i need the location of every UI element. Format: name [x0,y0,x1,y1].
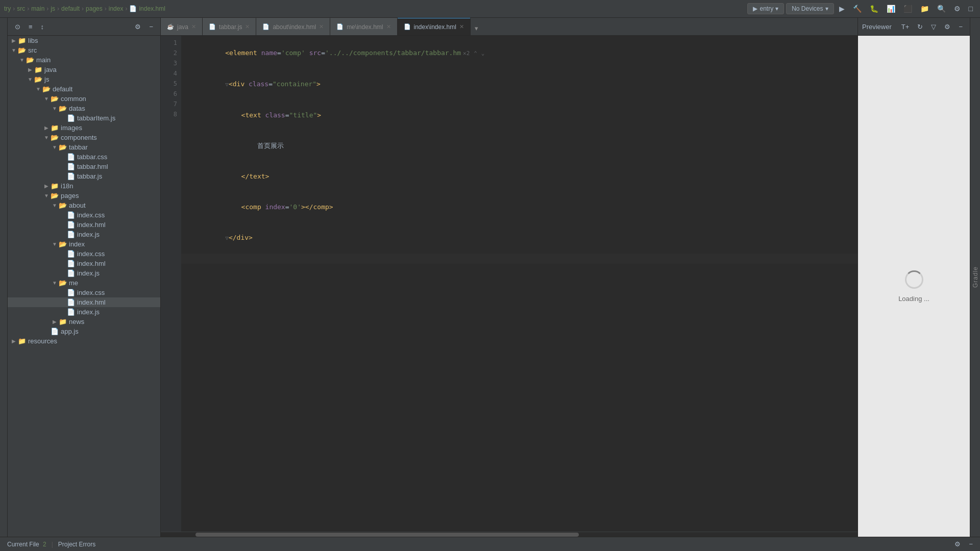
folder-icon-index: 📂 [59,240,67,248]
scrollbar-thumb[interactable] [195,533,579,537]
sidebar-target-icon[interactable]: ⊙ [12,21,23,33]
sidebar-item-tabbar[interactable]: ▼ 📂 tabbar [8,142,160,152]
sidebar-item-index-folder[interactable]: ▼ 📂 index [8,239,160,249]
sidebar-item-me[interactable]: ▼ 📂 me [8,278,160,288]
sidebar-item-about-index-hml[interactable]: 📄 index.hml [8,220,160,230]
explore-button[interactable]: 📁 [917,3,932,15]
breadcrumb-index[interactable]: index [109,5,124,12]
tab-me-hml-close[interactable]: ✕ [386,23,391,30]
sidebar-item-index-css[interactable]: 📄 index.css [8,249,160,259]
index-hml-icon: 📄 [404,23,411,30]
tab-index-hml-close[interactable]: ✕ [459,23,464,30]
sidebar-align-icon[interactable]: ≡ [26,21,36,33]
previewer-refresh-icon[interactable]: ↻ [914,21,926,33]
tab-tabbar-js[interactable]: 📄 tabbar.js ✕ [203,18,256,35]
sidebar-toolbar: ⊙ ≡ ↕ ⚙ − [8,18,160,36]
sidebar-item-libs[interactable]: ▶ 📁 libs [8,36,160,45]
breadcrumb-js[interactable]: js [51,5,55,12]
sidebar-content[interactable]: ▶ 📁 libs ▼ 📂 src ▼ 📂 main ▶ [8,36,160,537]
build-button[interactable]: 🔨 [850,3,865,15]
sidebar-sort-icon[interactable]: ↕ [38,21,47,33]
sidebar-item-me-js[interactable]: 📄 index.js [8,307,160,317]
entry-dropdown[interactable]: ▶ entry ▾ [747,3,784,14]
me-hml-icon: 📄 [336,23,344,30]
sidebar-item-about[interactable]: ▼ 📂 about [8,201,160,210]
gradle-panel[interactable]: Gradle [970,18,980,537]
sidebar-item-me-css[interactable]: 📄 index.css [8,288,160,297]
tab-about-hml[interactable]: 📄 about\index.hml ✕ [256,18,330,35]
sidebar-item-datas[interactable]: ▼ 📂 datas [8,104,160,113]
sidebar-item-resources[interactable]: ▶ 📁 resources [8,336,160,346]
statusbar-settings-icon[interactable]: ⚙ [951,538,964,550]
settings-button[interactable]: ⚙ [951,3,964,15]
sidebar-item-tabbar-js[interactable]: 📄 tabbar.js [8,171,160,181]
sidebar-item-index-hml[interactable]: 📄 index.hml [8,259,160,268]
sidebar-item-about-index-css[interactable]: 📄 index.css [8,210,160,220]
breadcrumb: try › src › main › js › default › pages … [4,5,745,12]
sidebar-item-app-js[interactable]: 📄 app.js [8,327,160,336]
fold-arrow-down[interactable]: ⌄ [481,50,485,57]
breadcrumb-default[interactable]: default [61,5,80,12]
sidebar-minus-icon[interactable]: − [146,21,156,33]
code-content[interactable]: <element name='comp' src='../../componen… [181,36,857,532]
folder-icon-resources: 📁 [18,337,26,345]
tab-java-close[interactable]: ✕ [191,23,196,30]
sidebar-item-default[interactable]: ▼ 📂 default [8,84,160,94]
sidebar-item-images[interactable]: ▶ 📁 images [8,123,160,133]
breadcrumb-try[interactable]: try [4,5,11,12]
fold-marker-7[interactable]: ▽ [225,235,229,241]
statusbar-minus-icon[interactable]: − [966,538,976,550]
tab-java[interactable]: ☕ java ✕ [161,18,203,35]
sidebar-item-java[interactable]: ▶ 📁 java [8,65,160,74]
folder-icon-common: 📂 [51,95,59,103]
entry-icon: ▶ [753,5,757,12]
tab-more-button[interactable]: ▾ [471,21,482,35]
sidebar-item-js[interactable]: ▼ 📂 js [8,74,160,84]
sidebar-item-main[interactable]: ▼ 📂 main [8,55,160,65]
breadcrumb-pages[interactable]: pages [86,5,103,12]
folder-icon-js: 📂 [34,76,42,83]
sidebar-item-index-js[interactable]: 📄 index.js [8,268,160,278]
horizontal-scrollbar[interactable] [161,532,857,537]
current-file-label[interactable]: Current File 2 [4,541,50,548]
sidebar-item-pages[interactable]: ▼ 📂 pages [8,191,160,201]
sidebar-item-me-hml[interactable]: 📄 index.hml [8,297,160,307]
stop-button[interactable]: ⬛ [900,3,915,15]
previewer-filter-icon[interactable]: ▽ [928,21,939,33]
breadcrumb-main[interactable]: main [31,5,44,12]
previewer-minus-icon[interactable]: − [955,21,966,33]
project-errors-label[interactable]: Project Errors [55,541,99,548]
sidebar-item-tabbar-hml[interactable]: 📄 tabbar.hml [8,162,160,171]
sidebar-item-tabbar-css[interactable]: 📄 tabbar.css [8,152,160,162]
fold-marker-2[interactable]: ▽ [225,81,229,88]
breadcrumb-file[interactable]: 📄 index.hml [129,5,165,12]
previewer-settings-icon[interactable]: ⚙ [941,21,953,33]
previewer-font-size-icon[interactable]: T+ [898,21,913,33]
tab-me-hml[interactable]: 📄 me\index.hml ✕ [330,18,397,35]
tab-about-hml-close[interactable]: ✕ [319,23,324,30]
sidebar-item-news[interactable]: ▶ 📁 news [8,317,160,327]
previewer-toolbar: Previewer T+ ↻ ▽ ⚙ − [858,18,970,36]
search-button[interactable]: 🔍 [934,3,949,15]
sidebar-settings-icon[interactable]: ⚙ [132,21,144,33]
tab-tabbar-js-close[interactable]: ✕ [245,23,250,30]
profile-button[interactable]: 📊 [884,3,898,15]
debug-button[interactable]: 🐛 [867,3,881,15]
fold-arrow-up[interactable]: ⌃ [474,50,477,57]
sidebar-item-components[interactable]: ▼ 📂 components [8,133,160,142]
fold-icon-1[interactable]: ✕2 [463,50,470,57]
sidebar-item-about-index-js[interactable]: 📄 index.js [8,230,160,239]
run-button[interactable]: ▶ [836,3,848,15]
sidebar-item-i18n[interactable]: ▶ 📁 i18n [8,181,160,191]
folder-icon-pages: 📂 [51,192,59,199]
collapse-arrow-js: ▼ [26,77,34,82]
breadcrumb-src[interactable]: src [17,5,25,12]
sidebar-item-common[interactable]: ▼ 📂 common [8,94,160,104]
folder-icon-src: 📂 [18,46,26,54]
maximize-button[interactable]: □ [966,3,976,15]
no-devices-dropdown[interactable]: No Devices ▾ [786,3,834,14]
tab-index-hml[interactable]: 📄 index\index.hml ✕ [398,18,471,35]
sidebar-item-tabbaritem-js[interactable]: 📄 tabbarItem.js [8,113,160,123]
collapse-arrow-default: ▼ [34,86,42,92]
sidebar-item-src[interactable]: ▼ 📂 src [8,45,160,55]
